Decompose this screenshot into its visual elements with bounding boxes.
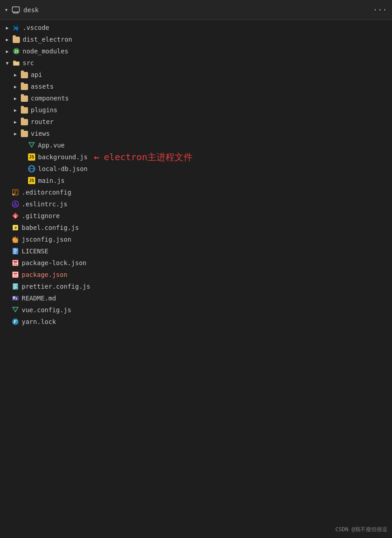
tree-item-babel_config[interactable]: B babel.config.js	[0, 222, 392, 233]
item-label: .vscode	[23, 24, 49, 31]
file-icon-npm: npm	[11, 270, 20, 279]
collapsed-chevron-icon[interactable]: ▶	[12, 95, 19, 102]
tree-item-background_js[interactable]: JS background.js ← electron主进程文件	[0, 151, 392, 163]
item-label: local-db.json	[38, 165, 88, 172]
tree-item-eslintrc[interactable]: .eslintrc.js	[0, 198, 392, 210]
item-label: yarn.lock	[22, 318, 56, 325]
tree-item-app_vue[interactable]: App.vue	[0, 139, 392, 151]
tree-item-main_js[interactable]: JSmain.js	[0, 175, 392, 186]
file-icon-babel: B	[11, 223, 20, 232]
collapsed-chevron-icon[interactable]: ▶	[12, 83, 19, 90]
tree-item-components[interactable]: ▶ components	[0, 92, 392, 104]
tree-item-jsconfig[interactable]: jsconfig.json	[0, 233, 392, 245]
file-icon-folder-open	[12, 58, 21, 67]
file-icon-git: G	[11, 211, 20, 220]
tree-item-node_modules[interactable]: ▶ JS node_modules	[0, 45, 392, 57]
file-icon-folder	[20, 129, 29, 138]
item-label: package-lock.json	[22, 259, 86, 267]
item-label: LICENSE	[22, 248, 48, 255]
svg-text:M↓: M↓	[13, 296, 18, 300]
watermark: CSDN @我不瘦但很逗	[335, 526, 387, 533]
svg-rect-0	[12, 7, 19, 12]
file-icon-folder	[20, 105, 29, 114]
tree-item-package_lock[interactable]: npm package-lock.json	[0, 257, 392, 269]
collapsed-chevron-icon[interactable]: ▶	[12, 106, 19, 114]
item-label: plugins	[31, 106, 57, 114]
item-label: api	[31, 71, 42, 78]
item-label: node_modules	[23, 48, 68, 55]
file-icon-json-db	[27, 164, 36, 173]
item-label: .gitignore	[22, 212, 60, 219]
item-label: views	[31, 130, 50, 137]
collapsed-chevron-icon[interactable]: ▶	[12, 71, 19, 78]
file-icon-yarn	[11, 317, 20, 326]
tree-item-yarn_lock[interactable]: yarn.lock	[0, 316, 392, 328]
item-label: App.vue	[38, 142, 65, 149]
file-icon-folder	[20, 94, 29, 103]
collapsed-chevron-icon[interactable]: ▶	[4, 48, 11, 55]
file-icon-folder	[20, 82, 29, 91]
tree-item-vue_config[interactable]: vue.config.js	[0, 304, 392, 316]
file-icon-folder	[20, 117, 29, 126]
file-icon-folder	[20, 70, 29, 79]
item-label: background.js	[38, 153, 88, 161]
tree-item-src[interactable]: ▼ src	[0, 57, 392, 69]
tree-item-editorconfig[interactable]: .editorconfig	[0, 186, 392, 198]
explorer-header: ▾ desk ···	[0, 0, 392, 20]
header-title: desk	[24, 6, 39, 14]
file-icon-markdown: M↓	[11, 294, 20, 303]
tree-item-package_json[interactable]: npm package.json	[0, 269, 392, 281]
file-icon-license	[11, 247, 20, 256]
item-label-with-annotation: background.js ← electron主进程文件	[38, 151, 193, 163]
item-label: prettier.config.js	[22, 283, 90, 290]
item-label: main.js	[38, 177, 65, 184]
annotation-text: electron主进程文件	[104, 151, 193, 163]
tree-item-gitignore[interactable]: G .gitignore	[0, 210, 392, 222]
file-icon-prettier	[11, 282, 20, 291]
item-label: package.json	[22, 271, 67, 278]
item-label: dist_electron	[23, 36, 72, 43]
item-label: assets	[31, 83, 54, 90]
item-label: .editorconfig	[22, 189, 71, 196]
svg-text:npm: npm	[13, 262, 19, 265]
file-icon-node: JS	[12, 47, 21, 56]
tree-item-plugins[interactable]: ▶ plugins	[0, 104, 392, 116]
annotation-arrow: ←	[94, 152, 99, 162]
svg-text:npm: npm	[13, 273, 19, 277]
header-chevron-icon[interactable]: ▾	[5, 6, 8, 13]
file-icon-folder	[12, 35, 21, 44]
tree-item-prettier[interactable]: prettier.config.js	[0, 281, 392, 292]
svg-text:JS: JS	[14, 50, 19, 54]
item-label: components	[31, 95, 69, 102]
collapsed-chevron-icon[interactable]: ▶	[4, 36, 11, 43]
tree-item-views[interactable]: ▶ views	[0, 128, 392, 139]
file-icon-gear	[11, 235, 20, 244]
collapsed-chevron-icon[interactable]: ▶	[4, 24, 11, 31]
file-explorer-tree: ▶ .vscode▶ dist_electron▶ JS node_module…	[0, 20, 392, 329]
tree-item-readme[interactable]: M↓ README.md	[0, 292, 392, 304]
file-icon-editorconfig	[11, 188, 20, 197]
item-label: .eslintrc.js	[22, 200, 67, 208]
item-label: jsconfig.json	[22, 236, 71, 243]
file-icon-js: JS	[27, 152, 36, 162]
file-icon-npm-lock: npm	[11, 258, 20, 267]
item-label: src	[23, 59, 34, 67]
tree-item-local_db_json[interactable]: local-db.json	[0, 163, 392, 175]
tree-item-api[interactable]: ▶ api	[0, 69, 392, 81]
file-icon-vue	[27, 141, 36, 150]
header-more-icon[interactable]: ···	[373, 5, 387, 14]
tree-item-router[interactable]: ▶ router	[0, 116, 392, 128]
file-icon-vscode	[12, 23, 21, 32]
tree-item-vscode[interactable]: ▶ .vscode	[0, 22, 392, 33]
file-icon-js: JS	[27, 176, 36, 185]
collapsed-chevron-icon[interactable]: ▶	[12, 130, 19, 137]
item-label: router	[31, 118, 54, 125]
item-label: vue.config.js	[22, 306, 71, 314]
expanded-chevron-icon[interactable]: ▼	[4, 59, 11, 67]
svg-point-41	[12, 319, 19, 325]
file-icon-vue	[11, 305, 20, 314]
collapsed-chevron-icon[interactable]: ▶	[12, 118, 19, 125]
tree-item-dist_electron[interactable]: ▶ dist_electron	[0, 33, 392, 45]
tree-item-license[interactable]: LICENSE	[0, 245, 392, 257]
tree-item-assets[interactable]: ▶ assets	[0, 81, 392, 92]
